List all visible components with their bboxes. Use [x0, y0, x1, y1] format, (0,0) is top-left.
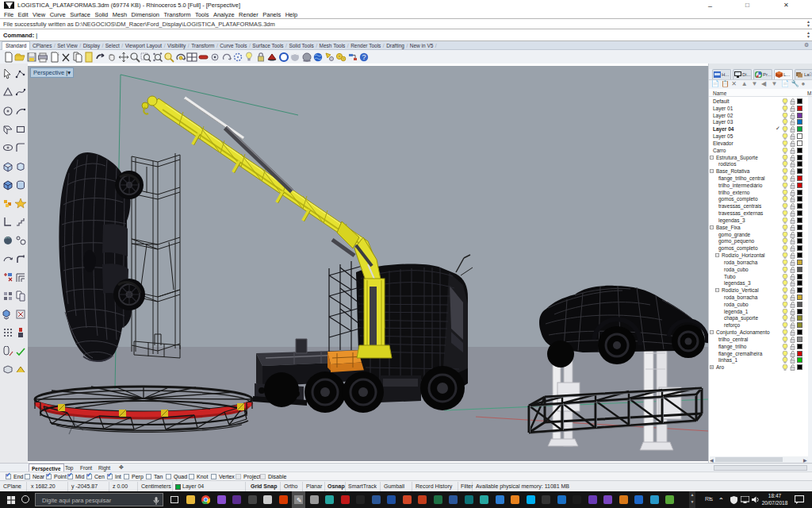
svg-text:?: ? [362, 53, 366, 61]
